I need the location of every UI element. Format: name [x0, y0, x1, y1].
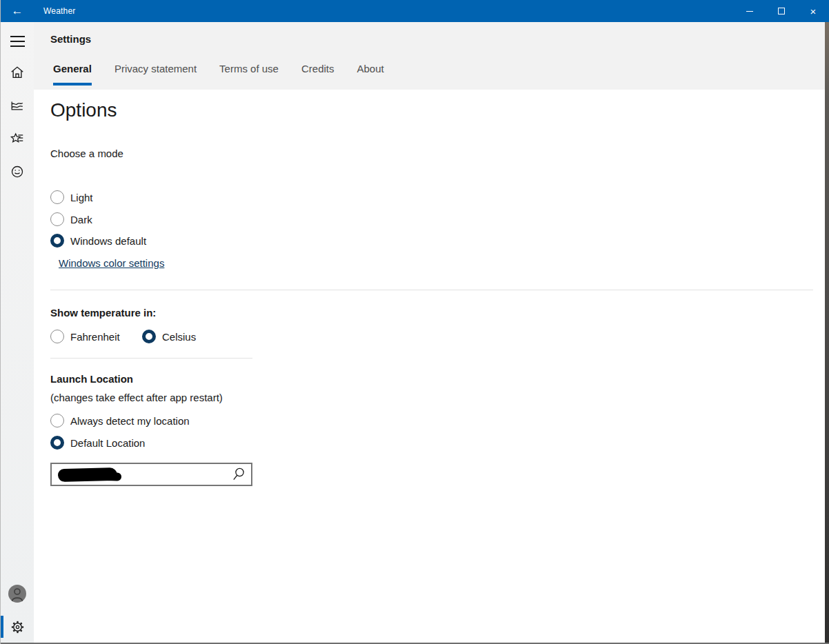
sidebar-item-home[interactable]: [1, 60, 34, 85]
home-icon: [10, 65, 25, 80]
close-button[interactable]: ×: [797, 0, 829, 22]
radio-default-location[interactable]: Default Location: [50, 436, 145, 450]
radio-mode-light[interactable]: Light: [50, 190, 93, 204]
minimize-button[interactable]: [734, 0, 766, 22]
sidebar-item-feedback[interactable]: [1, 159, 34, 184]
sidebar-item-settings[interactable]: [1, 614, 34, 639]
window-controls: ×: [734, 0, 829, 22]
desktop-edge-strip: [825, 22, 829, 644]
hamburger-icon: [10, 36, 25, 37]
settings-tabs: General Privacy statement Terms of use C…: [53, 63, 384, 85]
settings-content: Options Choose a mode Light Dark Windows…: [34, 90, 825, 644]
launch-location-note: (changes take effect after app restart): [50, 392, 223, 403]
radio-mode-windows-default[interactable]: Windows default: [50, 234, 146, 248]
window-title: Weather: [43, 6, 76, 16]
close-icon: ×: [810, 6, 817, 17]
back-arrow-icon: ←: [12, 4, 23, 18]
radio-fahrenheit[interactable]: Fahrenheit: [50, 330, 120, 343]
maximize-icon: [778, 8, 785, 14]
sidebar-item-profile[interactable]: [1, 581, 34, 606]
tab-about[interactable]: About: [357, 63, 383, 85]
location-search-button[interactable]: [229, 466, 248, 483]
weather-app-window: ← Weather ×: [0, 0, 829, 644]
navigation-sidebar: [1, 22, 34, 644]
tab-general[interactable]: General: [53, 63, 92, 85]
settings-header: Settings General Privacy statement Terms…: [34, 22, 825, 90]
radio-always-detect-location[interactable]: Always detect my location: [50, 414, 190, 427]
temperature-label: Show temperature in:: [50, 307, 156, 319]
tab-credits[interactable]: Credits: [301, 63, 334, 85]
radio-circle-fahrenheit[interactable]: [50, 330, 64, 343]
line-chart-icon: [10, 98, 25, 113]
smiley-icon: [10, 164, 25, 179]
magnifier-icon: [231, 467, 246, 482]
maximize-button[interactable]: [766, 0, 797, 22]
redacted-location-value: [58, 467, 117, 482]
settings-gear-icon: [10, 619, 26, 635]
section-divider-long: [50, 290, 813, 290]
active-page-accent-bar: [1, 616, 3, 638]
page-title: Settings: [50, 33, 91, 45]
radio-celsius[interactable]: Celsius: [142, 330, 196, 343]
tab-terms-of-use[interactable]: Terms of use: [219, 63, 279, 85]
section-divider-short: [50, 358, 252, 359]
sidebar-item-historical-weather[interactable]: [1, 93, 34, 118]
launch-location-label: Launch Location: [50, 373, 133, 385]
radio-circle-default-location[interactable]: [50, 436, 64, 450]
tab-privacy-statement[interactable]: Privacy statement: [114, 63, 197, 85]
hamburger-menu-button[interactable]: [1, 29, 34, 54]
radio-circle-always-detect[interactable]: [50, 414, 64, 427]
options-heading: Options: [50, 99, 117, 121]
radio-mode-dark[interactable]: Dark: [50, 212, 92, 226]
radio-circle-light[interactable]: [50, 190, 64, 204]
favorites-star-icon: [10, 131, 25, 146]
back-button[interactable]: ←: [1, 0, 34, 22]
user-avatar-icon: [8, 585, 26, 603]
title-bar: ← Weather ×: [1, 0, 829, 22]
location-search-input[interactable]: [50, 463, 252, 486]
windows-color-settings-link[interactable]: Windows color settings: [59, 257, 164, 269]
radio-circle-dark[interactable]: [50, 212, 64, 226]
sidebar-item-favorites[interactable]: [1, 126, 34, 151]
radio-circle-celsius[interactable]: [142, 330, 156, 343]
radio-circle-windows-default[interactable]: [50, 234, 64, 248]
minimize-icon: [746, 11, 753, 12]
choose-mode-label: Choose a mode: [50, 148, 123, 159]
